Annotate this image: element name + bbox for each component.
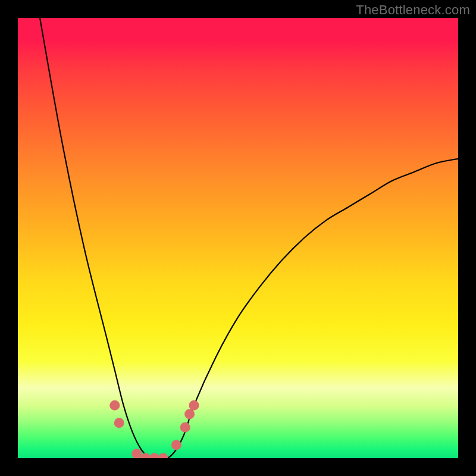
curve-markers [109,400,199,458]
bottleneck-curve [40,18,458,458]
curve-marker [140,453,151,459]
curve-marker [109,400,120,411]
curve-marker [189,400,199,411]
curve-svg [18,18,458,458]
chart-stage: TheBottleneck.com [0,0,476,476]
curve-marker [171,440,181,450]
curve-marker [184,409,195,419]
curve-marker [131,449,142,458]
curve-marker [149,453,159,459]
curve-marker [180,422,190,433]
watermark-text: TheBottleneck.com [356,2,470,18]
plot-area [18,18,458,458]
curve-marker [158,453,168,459]
curve-marker [114,418,124,428]
